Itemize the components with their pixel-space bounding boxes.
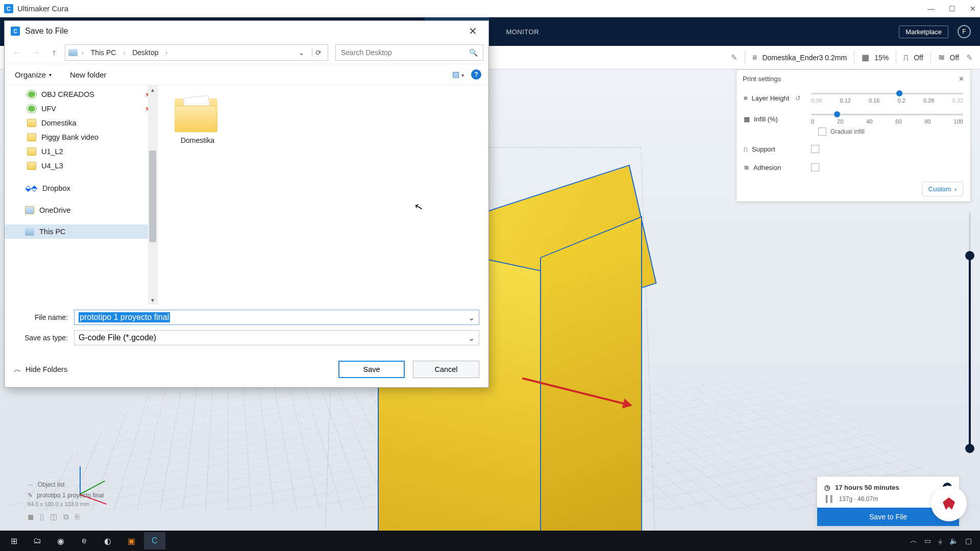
- close-icon[interactable]: ✕: [959, 75, 964, 83]
- layer-height-slider[interactable]: [811, 93, 963, 94]
- layer-tick: 0.12: [840, 97, 851, 104]
- object-list-item[interactable]: ✎ prototipo 1 proyecto final: [28, 492, 104, 499]
- print-time: 17 hours 50 minutes: [835, 484, 899, 491]
- tree-item[interactable]: OBJ CREADOS📌: [5, 87, 157, 102]
- tree-item[interactable]: ⬙⬘Dropbox: [5, 180, 157, 196]
- marketplace-button[interactable]: Marketplace: [899, 26, 948, 38]
- taskbar-chrome-icon[interactable]: ◉: [50, 532, 71, 549]
- search-box[interactable]: 🔍: [335, 44, 483, 61]
- tree-item-label: Domestika: [41, 119, 77, 127]
- layer-slider-top-handle[interactable]: [965, 251, 974, 260]
- material-usage: 137g · 46.07m: [839, 495, 878, 503]
- reset-icon[interactable]: ↺: [795, 94, 801, 102]
- gradual-infill-checkbox[interactable]: [818, 128, 826, 136]
- infill-slider[interactable]: [811, 114, 963, 115]
- taskbar-app2-icon[interactable]: ▣: [120, 532, 142, 549]
- chevron-right-icon[interactable]: ›: [80, 49, 86, 56]
- taskbar-explorer-icon[interactable]: 🗂: [27, 532, 48, 549]
- pc-icon: [68, 49, 78, 56]
- breadcrumb-desktop[interactable]: Desktop: [129, 47, 161, 58]
- hide-folders-toggle[interactable]: ︿ Hide Folders: [14, 365, 67, 374]
- adhesion-checkbox[interactable]: [811, 163, 819, 171]
- organize-button[interactable]: Organize▾: [12, 68, 55, 81]
- eye-icon[interactable]: ✎: [28, 492, 33, 499]
- tab-monitor[interactable]: MONITOR: [489, 17, 555, 46]
- infill-handle[interactable]: [834, 111, 840, 117]
- printer-profile-label[interactable]: Domestika_Ender3 0.2mm: [762, 54, 847, 62]
- tool-copy-icon[interactable]: ⧉: [63, 512, 69, 521]
- filename-field[interactable]: prototipo 1 proyecto final ⌄: [74, 310, 479, 325]
- file-area[interactable]: Domestika: [158, 85, 488, 305]
- new-folder-button[interactable]: New folder: [67, 68, 110, 81]
- filetype-value: G-code File (*.gcode): [79, 333, 156, 342]
- tree-item[interactable]: OneDrive: [5, 203, 157, 217]
- help-icon[interactable]: ?: [471, 69, 481, 80]
- maximize-icon[interactable]: ☐: [949, 5, 955, 13]
- taskbar-edge-icon[interactable]: e: [74, 532, 95, 549]
- custom-settings-button[interactable]: Custom›: [922, 182, 963, 196]
- refresh-icon[interactable]: ⟳: [312, 48, 325, 57]
- save-file-dialog: C Save to File ✕ ← → ↑ › This PC › Deskt…: [4, 20, 489, 388]
- tool-box-icon[interactable]: ▯: [40, 512, 44, 521]
- filename-input[interactable]: prototipo 1 proyecto final: [79, 312, 170, 322]
- search-input[interactable]: [341, 48, 469, 57]
- user-avatar[interactable]: F: [958, 25, 971, 38]
- scroll-thumb[interactable]: [149, 151, 156, 242]
- tree-item-label: Dropbox: [42, 184, 70, 192]
- support-icon: ⎍: [903, 53, 909, 62]
- layer-slider[interactable]: [969, 212, 971, 449]
- tree-item[interactable]: Piggy Bank video: [5, 130, 157, 144]
- taskbar-cura-icon[interactable]: C: [144, 532, 165, 549]
- tree-item[interactable]: U4_L3: [5, 159, 157, 173]
- tray-wifi-icon[interactable]: ⏚: [938, 537, 942, 545]
- tool-paste-icon[interactable]: ⎘: [75, 512, 80, 521]
- start-button[interactable]: ⊞: [3, 532, 24, 549]
- dialog-close-icon[interactable]: ✕: [463, 23, 482, 39]
- infill-tick: 100: [954, 118, 963, 124]
- view-mode-icon[interactable]: ▤ ▾: [452, 70, 464, 79]
- brand-badge[interactable]: [931, 486, 967, 521]
- tray-volume-icon[interactable]: 🔈: [949, 537, 958, 545]
- filename-dropdown-icon[interactable]: ⌄: [465, 313, 475, 322]
- cancel-button[interactable]: Cancel: [413, 361, 479, 378]
- file-item[interactable]: Domestika: [167, 94, 228, 144]
- tree-scrollbar[interactable]: ▲ ▼: [148, 85, 157, 305]
- tree-item[interactable]: Domestika: [5, 116, 157, 130]
- chevron-right-icon[interactable]: ›: [121, 49, 127, 56]
- onedrive-icon: [25, 206, 34, 214]
- layers-icon: ≡: [752, 53, 757, 62]
- scroll-up-icon[interactable]: ▲: [148, 85, 157, 94]
- print-settings-title: Print settings: [743, 75, 781, 83]
- search-icon[interactable]: 🔍: [469, 48, 478, 57]
- tray-notifications-icon[interactable]: ▢: [965, 537, 972, 545]
- nav-up-icon[interactable]: ↑: [46, 47, 62, 58]
- chevron-right-icon[interactable]: ›: [164, 49, 170, 56]
- pencil-icon[interactable]: ✎: [731, 53, 738, 62]
- support-icon: ⎍: [744, 145, 748, 153]
- filetype-field[interactable]: G-code File (*.gcode) ⌄: [74, 330, 479, 345]
- close-icon[interactable]: ✕: [970, 5, 976, 13]
- breadcrumb-this-pc[interactable]: This PC: [88, 47, 119, 58]
- breadcrumb-dropdown-icon[interactable]: ⌄: [296, 48, 308, 57]
- layer-height-handle[interactable]: [896, 90, 902, 96]
- tray-battery-icon[interactable]: ▭: [924, 537, 931, 545]
- pencil-icon-2[interactable]: ✎: [966, 53, 973, 62]
- save-button[interactable]: Save: [338, 361, 405, 378]
- object-list-title: Object list: [38, 481, 65, 488]
- tool-cube-icon[interactable]: ◼: [28, 512, 34, 521]
- filetype-dropdown-icon[interactable]: ⌄: [465, 333, 475, 343]
- tree-item[interactable]: This PC: [5, 224, 157, 239]
- tray-chevron-icon[interactable]: ︿: [910, 536, 917, 545]
- object-list-toggle[interactable]: ︿ Object list: [28, 480, 104, 489]
- tree-item[interactable]: U1_L2: [5, 144, 157, 159]
- support-checkbox[interactable]: [811, 145, 819, 153]
- tree-item[interactable]: UFV📌: [5, 102, 157, 116]
- taskbar-app1-icon[interactable]: ◐: [97, 532, 118, 549]
- layer-slider-bottom-handle[interactable]: [965, 444, 974, 453]
- filename-label: File name:: [14, 313, 68, 321]
- infill-tick: 60: [895, 118, 901, 124]
- breadcrumb-bar[interactable]: › This PC › Desktop › ⌄ ⟳: [65, 44, 328, 61]
- tool-shade-icon[interactable]: ◫: [50, 512, 57, 521]
- minimize-icon[interactable]: —: [927, 5, 935, 13]
- scroll-down-icon[interactable]: ▼: [148, 295, 157, 305]
